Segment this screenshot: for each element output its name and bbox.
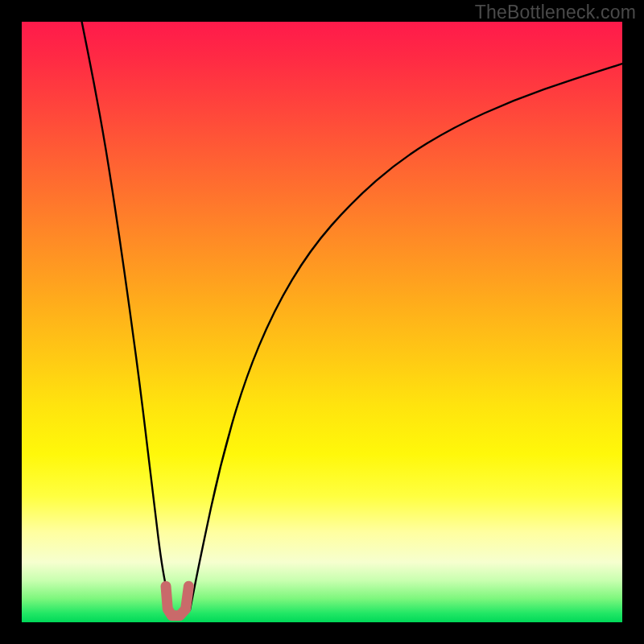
bottom-u-marker: [166, 586, 188, 616]
chart-frame: TheBottleneck.com: [0, 0, 644, 644]
curve-left-branch: [82, 22, 172, 610]
chart-curves: [22, 22, 622, 622]
curve-right-branch: [190, 64, 622, 610]
watermark-text: TheBottleneck.com: [475, 2, 636, 23]
